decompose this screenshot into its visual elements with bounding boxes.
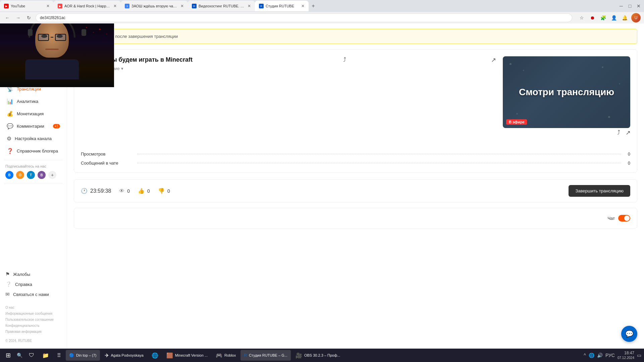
analytics-icon: 📊 [7, 98, 13, 105]
stream-meta-bar: 🕐 23:59:38 👁 0 👍 0 👎 0 Завершить трансля… [74, 179, 637, 202]
profile-icon[interactable]: 👤 [610, 14, 618, 22]
social-label: Подписывайтесь на нас [0, 163, 67, 170]
minimize-button[interactable]: ─ [617, 2, 625, 10]
taskbar-explorer[interactable]: 📁 [39, 350, 52, 361]
about-link[interactable]: О нас [5, 305, 61, 311]
url-input[interactable]: de341f8261ac [36, 13, 572, 22]
extensions-icon[interactable]: 🧩 [599, 14, 607, 22]
stream-preview-text: Смотри трансляцию [519, 87, 614, 98]
share-icon[interactable]: ⤴ [343, 56, 346, 64]
share-button[interactable]: ⤴ [617, 129, 620, 136]
sidebar-bottom: ⚑ Жалобы ❔ Справка ✉ Связаться с нами [0, 266, 67, 302]
keyboard-icon[interactable]: РУС [605, 353, 615, 358]
tab-close-studio[interactable]: ✕ [301, 4, 305, 8]
sidebar-item-complaints[interactable]: ⚑ Жалобы [0, 269, 67, 279]
tab-rutube-hosting[interactable]: R Видеохостинг RUTUBE. Смотр... ✕ [188, 1, 255, 11]
contact-icon: ✉ [5, 291, 10, 297]
show-desktop-icon[interactable]: ▭ [637, 353, 641, 358]
comments-badge: +1 [53, 124, 60, 128]
minecraft-icon: 🟫 [166, 352, 173, 359]
back-button[interactable]: ← [3, 14, 11, 22]
sidebar-item-blogger-help[interactable]: ❓ Справочник блогера [1, 145, 65, 157]
ok-icon[interactable]: О [16, 171, 24, 179]
refresh-button[interactable]: ↻ [25, 14, 33, 22]
start-button[interactable]: ⊞ [3, 350, 13, 361]
tab-zaosh[interactable]: З ЗАОШ ждёшь вторую часть?... ✕ [121, 1, 188, 11]
taskbar-minecraft[interactable]: 🟫 Minecraft Version ... [163, 350, 211, 361]
sidebar: ⬆ Загрузка видео 📡 Трансляции 📊 Аналитик… [0, 64, 67, 349]
terms-link[interactable]: Пользовательское соглашение [5, 317, 61, 323]
open-external-button[interactable]: ↗ [626, 129, 631, 136]
vk-icon[interactable]: В [5, 171, 13, 179]
social-more-button[interactable]: + [48, 171, 56, 179]
telegram-taskbar-icon: ✈ [105, 352, 109, 359]
chat-toggle[interactable] [618, 215, 630, 222]
taskbar-antivirus[interactable]: 🛡 [25, 350, 38, 361]
tab-studio[interactable]: R Студия RUTUBE ✕ [255, 1, 309, 11]
chat-section: Чат [74, 208, 637, 229]
end-stream-button[interactable]: Завершить трансляцию [569, 185, 630, 197]
record-icon[interactable]: ⏺ [588, 14, 596, 22]
tab-close-rutube[interactable]: ✕ [248, 4, 251, 8]
stream-action-buttons: ⤴ ↗ [617, 129, 631, 136]
chrome-icon: 🌐 [152, 352, 158, 359]
bell-icon[interactable]: 🔔 [621, 14, 629, 22]
taskbar-clock[interactable]: 18:47 07.12.2024 [618, 350, 634, 361]
chevron-up-icon[interactable]: ^ [584, 353, 586, 358]
close-button[interactable]: ✕ [635, 2, 643, 10]
tab-close-aor[interactable]: ✕ [113, 4, 117, 8]
taskbar-obs[interactable]: 🎥 OBS 30.2.3 – Проф... [292, 350, 343, 361]
chevron-down-icon: ▾ [121, 66, 123, 71]
privacy-link[interactable]: Конфиденциальность [5, 323, 61, 329]
sidebar-item-monetization[interactable]: 💰 Монетизация [1, 108, 65, 120]
bookmark-icon[interactable]: ☆ [578, 14, 586, 22]
viber-icon[interactable]: В [38, 171, 46, 179]
stream-views-meta: 👁 0 [119, 188, 130, 194]
tab-close-zaosh[interactable]: ✕ [180, 4, 184, 8]
taskbar-roblox[interactable]: 🎮 Roblox [212, 350, 239, 361]
obs-icon: 🎥 [296, 352, 302, 359]
webcam-overlay [0, 23, 114, 87]
stat-chat-messages: Сообщений в чате 0 [81, 161, 630, 166]
taskbar-telegram[interactable]: ✈ Agata Podvoyskaya [101, 350, 147, 361]
social-icons: В О Т В + [0, 170, 67, 180]
sidebar-item-comments[interactable]: 💬 Комментарии +1 [1, 120, 65, 132]
taskbar-search-button[interactable]: 🔍 [15, 351, 24, 360]
sidebar-item-channel-settings[interactable]: ⚙ Настройка канала [1, 133, 65, 144]
telegram-icon[interactable]: Т [27, 171, 35, 179]
new-tab-button[interactable]: + [309, 1, 318, 11]
monetization-icon: 💰 [7, 111, 13, 117]
info-messages-link[interactable]: Информационные сообщения [5, 311, 61, 317]
taskbar-chrome[interactable]: 🌐 [148, 350, 162, 361]
volume-icon[interactable]: 🔊 [597, 353, 603, 358]
external-link-icon[interactable]: ↗ [491, 56, 496, 64]
sidebar-item-faq[interactable]: ❔ Справка [0, 279, 67, 289]
sidebar-item-contact[interactable]: ✉ Связаться с нами [0, 289, 67, 299]
chat-header: Чат [81, 215, 630, 222]
taskbar-din-top[interactable]: 🔵 Din top – (7) [66, 350, 100, 361]
tab-youtube[interactable]: ▶ YouTube ✕ [0, 1, 54, 11]
restore-button[interactable]: □ [626, 2, 634, 10]
thumbs-down-icon: 👎 [158, 188, 165, 194]
profile-avatar[interactable]: U [631, 13, 641, 22]
comments-icon: 💬 [7, 123, 13, 129]
legal-link[interactable]: Правовая информация [5, 329, 61, 335]
taskbar: ⊞ 🔍 🛡 📁 ⠿ 🔵 Din top – (7) ✈ Agata Podvoy… [0, 349, 644, 362]
channel-settings-icon: ⚙ [7, 135, 11, 142]
taskbar-apps-grid[interactable]: ⠿ [54, 350, 64, 361]
apps-grid-icon: ⠿ [57, 352, 61, 359]
chat-fab-button[interactable]: 💬 [621, 326, 637, 342]
warning-banner: ⚠ Чат сотрётся после завершения трансляц… [74, 29, 637, 44]
tab-aor[interactable]: ▶ AOR & Hard Rock | Happy Ne... ✕ [54, 1, 121, 11]
forward-button[interactable]: → [14, 14, 22, 22]
tabs-bar: ▶ YouTube ✕ ▶ AOR & Hard Rock | Happy Ne… [0, 0, 644, 12]
sidebar-divider-1 [4, 160, 63, 160]
sidebar-item-analytics[interactable]: 📊 Аналитика [1, 96, 65, 107]
roblox-icon: 🎮 [216, 352, 222, 359]
faq-icon: ❔ [5, 281, 12, 287]
tab-close-youtube[interactable]: ✕ [46, 4, 50, 8]
address-bar: ← → ↻ de341f8261ac ☆ ⏺ 🧩 👤 🔔 U [0, 12, 644, 23]
taskbar-studio[interactable]: R Студия RUTUBE – G... [240, 350, 291, 361]
network-icon[interactable]: 🌐 [589, 353, 594, 358]
chat-label: Чат [607, 216, 615, 221]
